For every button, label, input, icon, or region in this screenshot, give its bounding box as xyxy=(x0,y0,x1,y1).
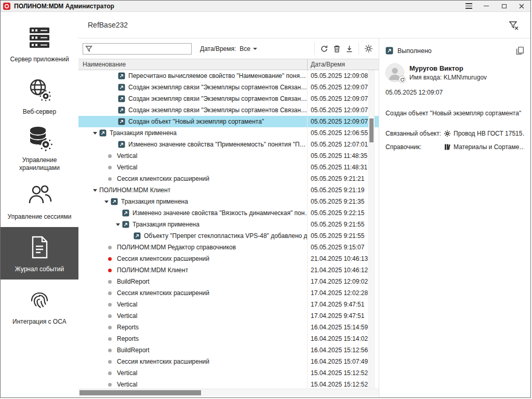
table-row[interactable]: Сессия клиентских расширений21.04.2025 1… xyxy=(78,253,379,264)
refresh-button[interactable] xyxy=(318,43,330,55)
table-row[interactable]: BuildReport17.04.2025 12:09:02 xyxy=(78,276,379,287)
sidebar-item-storage[interactable]: Управление хранилищами xyxy=(1,122,78,175)
tree-expander-icon[interactable] xyxy=(102,196,111,207)
event-text: Vertical xyxy=(117,152,137,159)
event-text: Создан экземпляр связи "Экземпляры сорта… xyxy=(128,107,307,114)
linked-object-value[interactable]: Провод НВ ГОСТ 17515… xyxy=(454,130,524,137)
table-row[interactable]: Объекту "Препрег стеклопластика VPS-48" … xyxy=(78,230,379,242)
table-row[interactable]: Изменено значение свойства "Применяемост… xyxy=(78,139,379,150)
settings-gear-icon[interactable] xyxy=(362,43,375,55)
chevron-down-icon xyxy=(253,48,257,50)
column-header-datetime[interactable]: Дата/Время xyxy=(307,59,379,70)
table-row[interactable]: Vertical05.05.2025 11:48:31 xyxy=(78,162,379,173)
content-header: RefBase232 xyxy=(78,12,530,38)
session-dot-icon xyxy=(107,360,117,364)
session-dot-icon xyxy=(107,166,117,169)
table-row[interactable]: Пересчитано вычисляемое свойство "Наимен… xyxy=(78,70,379,82)
status-text: Выполнено xyxy=(397,47,432,55)
sidebar-item-app-server[interactable]: Сервер приложений xyxy=(1,17,78,70)
table-row[interactable]: Сессия клиентских расширений05.05.2025 9… xyxy=(78,173,379,184)
event-link-icon xyxy=(99,129,110,137)
catalog-value[interactable]: Материалы и Сортаме… xyxy=(454,143,524,151)
copy-icon[interactable] xyxy=(516,46,524,55)
event-status-icon xyxy=(385,47,393,55)
table-row[interactable]: Vertical05.05.2025 11:48:35 xyxy=(78,150,379,162)
event-text: Создан экземпляр связи "Экземпляры сорта… xyxy=(128,95,307,102)
table-row[interactable]: Vertical15.04.2025 15:12:52 xyxy=(78,367,379,379)
filter-off-icon[interactable] xyxy=(509,20,519,30)
linked-object-label: Связанный объект: xyxy=(385,130,444,137)
vertical-scrollbar-thumb[interactable] xyxy=(369,118,374,142)
event-link-icon xyxy=(122,209,132,217)
storage-icon xyxy=(26,125,53,152)
tree-expander-icon[interactable] xyxy=(91,184,99,196)
webserver-icon xyxy=(26,76,53,103)
event-text: Транзакция применена xyxy=(110,129,177,137)
table-row[interactable]: ПОЛИНОМ:MDM Клиент05.05.2025 9:21:19 xyxy=(78,184,379,196)
table-row[interactable]: Создан экземпляр связи "Экземпляры сорта… xyxy=(78,82,379,93)
session-dot-icon xyxy=(107,314,117,318)
event-text: ПОЛИНОМ:MDM Клиент xyxy=(117,267,188,274)
table-row[interactable]: Сессия клиентских расширений17.04.2025 1… xyxy=(78,287,379,299)
journal-icon xyxy=(26,234,53,261)
horizontal-scrollbar[interactable] xyxy=(78,389,379,396)
sidebar-item-sessions[interactable]: Управление сессиями xyxy=(1,175,78,227)
session-dot-icon xyxy=(107,383,117,387)
event-link-icon xyxy=(118,118,128,125)
event-text: ПОЛИНОМ:MDM Клиент xyxy=(99,187,170,194)
table-row[interactable]: Создан объект "Новый экземпляр сортамент… xyxy=(78,116,379,127)
title-bar: ПОЛИНОМ:MDM Администратор xyxy=(1,1,530,12)
catalog-label: Справочник: xyxy=(385,143,444,151)
table-row[interactable]: Транзакция применена05.05.2025 9:21:35 xyxy=(78,196,379,207)
event-text: Сессия клиентских расширений xyxy=(117,289,209,297)
table-row[interactable]: Изменено значение свойства "Вязкость дин… xyxy=(78,207,379,219)
table-row[interactable]: BuildReport16.04.2025 15:12:56 xyxy=(78,344,379,356)
event-link-icon xyxy=(118,141,128,148)
table-row[interactable]: Транзакция применена05.05.2025 9:21:55 xyxy=(78,219,379,230)
table-row[interactable]: ПОЛИНОМ:MDM Редактор справочников05.05.2… xyxy=(78,242,379,253)
table-row[interactable]: Reports16.04.2025 15:14:59 xyxy=(78,322,379,333)
event-link-icon xyxy=(118,95,128,102)
sidebar-item-label: Сервер приложений xyxy=(10,56,69,63)
close-button[interactable] xyxy=(513,1,530,11)
horizontal-scrollbar-thumb[interactable] xyxy=(79,390,201,395)
server-icon xyxy=(26,24,53,51)
sidebar-item-oca[interactable]: Интеграция с OCA xyxy=(1,280,78,332)
column-header-name[interactable]: Наименование xyxy=(78,61,307,68)
event-text: Сессия клиентских расширений xyxy=(117,255,209,262)
toolbar-separator xyxy=(358,43,359,55)
event-text: Пересчитано вычисляемое свойство "Наимен… xyxy=(128,72,306,79)
filter-input[interactable] xyxy=(95,45,189,53)
event-text: Vertical xyxy=(117,312,137,320)
table-row[interactable]: ПОЛИНОМ:MDM Клиент21.04.2025 10:46:12 xyxy=(78,264,379,276)
event-text: Vertical xyxy=(117,164,137,171)
datetime-filter-label: Дата/Время: xyxy=(200,45,236,52)
table-row[interactable]: Vertical15.04.2025 15:12:52 xyxy=(78,379,379,388)
table-row[interactable]: Создан экземпляр связи "Экземпляры сорта… xyxy=(78,104,379,116)
event-text: BuildReport xyxy=(117,278,150,285)
sidebar-item-label: Журнал событий xyxy=(15,265,64,273)
event-link-icon xyxy=(118,84,128,91)
datetime-filter-dropdown[interactable]: Все xyxy=(240,45,257,52)
minimize-button[interactable] xyxy=(477,1,495,11)
tree-expander-icon[interactable] xyxy=(114,219,122,230)
tree-expander-icon[interactable] xyxy=(91,127,99,139)
sidebar-item-web-server[interactable]: Веб-сервер xyxy=(1,70,78,122)
menu-icon[interactable] xyxy=(460,1,477,11)
table-row[interactable]: Создан экземпляр связи "Экземпляры сорта… xyxy=(78,93,379,104)
maximize-button[interactable] xyxy=(495,1,513,11)
session-dot-icon xyxy=(107,291,117,295)
table-row[interactable]: Сессия клиентских расширений16.04.2025 1… xyxy=(78,356,379,367)
event-text: Vertical xyxy=(117,381,137,388)
sidebar-item-journal[interactable]: Журнал событий xyxy=(1,227,78,280)
table-row[interactable]: Reports16.04.2025 15:14:02 xyxy=(78,333,379,344)
sidebar-item-label: Управление сессиями xyxy=(8,213,72,221)
event-text: Изменено значение свойства "Применяемост… xyxy=(128,141,306,148)
vertical-scrollbar[interactable] xyxy=(368,70,375,388)
delete-button[interactable] xyxy=(330,43,343,55)
export-button[interactable] xyxy=(343,43,355,55)
table-row[interactable]: Vertical17.04.2025 9:47:51 xyxy=(78,310,379,322)
table-row[interactable]: Транзакция применена05.05.2025 12:06:55 xyxy=(78,127,379,139)
table-row[interactable]: Vertical17.04.2025 9:47:51 xyxy=(78,299,379,310)
fingerprint-icon xyxy=(26,286,53,313)
